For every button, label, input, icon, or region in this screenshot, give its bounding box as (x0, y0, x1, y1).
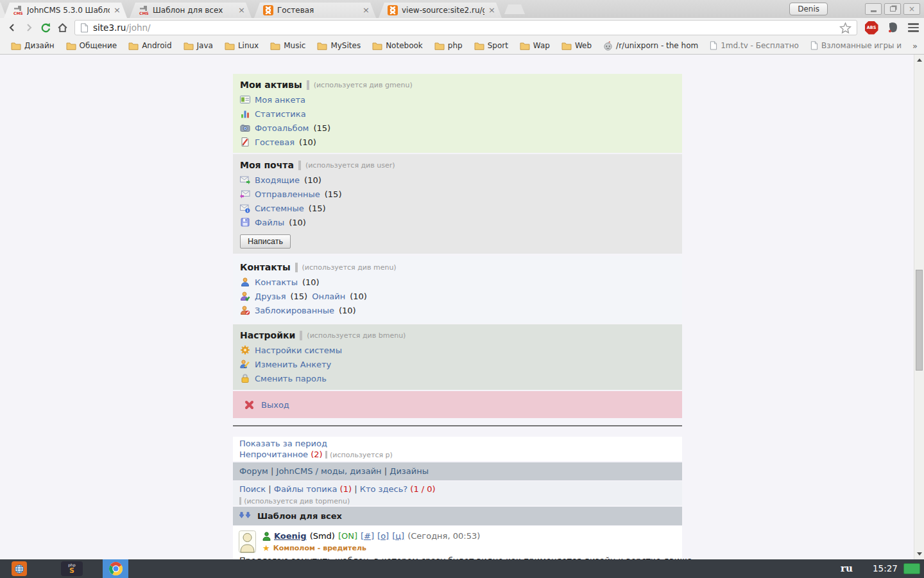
page-content: Мои активы (используется див gmenu) Моя … (233, 74, 682, 567)
bookmark-folder[interactable]: Android (123, 41, 177, 50)
browser-tab-viewsource[interactable]: view-source:site2.ru/gue × (379, 3, 502, 18)
bookmark-folder[interactable]: Linux (219, 41, 264, 50)
post-anchor-link[interactable]: [#] (361, 531, 374, 541)
scroll-up-arrow[interactable] (917, 58, 922, 62)
tab-close-icon[interactable]: × (114, 6, 121, 14)
link-inbox[interactable]: Входящие (255, 175, 300, 185)
link-blocked[interactable]: Заблокированные (255, 306, 334, 315)
crumb-section[interactable]: JohnCMS / моды, дизайн (277, 466, 382, 476)
profile-button[interactable]: Denis (789, 3, 828, 15)
bookmark-folder[interactable]: Общение (60, 41, 123, 50)
link-my-profile[interactable]: Моя анкета (255, 95, 305, 105)
section-user: Моя почта (используется див user) Входящ… (233, 154, 682, 254)
guestbook-icon (240, 137, 250, 147)
post-author-link[interactable]: Koenig (274, 531, 307, 541)
home-button[interactable] (54, 20, 71, 35)
bookmark-page-unixporn[interactable]: /r/unixporn - the hom (597, 41, 704, 51)
menu-item-sent: Отправленные (15) (240, 187, 675, 201)
bookmarks-overflow-chevron[interactable]: » (912, 41, 918, 51)
link-search[interactable]: Поиск (239, 484, 266, 494)
vertical-scrollbar[interactable] (914, 55, 924, 559)
link-sent[interactable]: Отправленные (255, 189, 320, 199)
taskbar-phpstorm-icon[interactable]: phpS (61, 561, 83, 576)
tab-title: view-source:site2.ru/gue (402, 6, 484, 15)
folder-icon (317, 42, 327, 50)
close-button[interactable]: × (903, 3, 920, 15)
mail-sent-icon (240, 189, 250, 199)
tab-close-icon[interactable]: × (488, 6, 495, 14)
clock[interactable]: 15:27 (873, 563, 898, 574)
bookmark-page-1md[interactable]: 1md.tv - Бесплатно (704, 41, 805, 50)
post-cite-link[interactable]: [ц] (392, 531, 404, 541)
tab-close-icon[interactable]: × (363, 6, 370, 14)
link-statistics[interactable]: Статистика (255, 109, 306, 119)
link-unread[interactable]: Непрочитанное (239, 450, 308, 459)
menu-button[interactable] (906, 21, 920, 35)
link-who-is-here[interactable]: Кто здесь? (360, 484, 408, 494)
section-title: Контакты (240, 262, 291, 272)
double-down-arrow-icon (239, 512, 252, 520)
avatar (239, 530, 256, 553)
bookmarks-bar: Дизайн Общение Android Java Linux Music … (0, 37, 924, 55)
link-friends-online[interactable]: Онлайн (312, 292, 345, 301)
bookmark-folder[interactable]: php (429, 41, 468, 50)
bookmark-folder[interactable]: Music (264, 41, 311, 50)
link-edit-profile[interactable]: Изменить Анкету (255, 360, 331, 369)
bookmark-page-games[interactable]: Взломанные игры и (805, 41, 907, 50)
bookmark-folder[interactable]: Wap (514, 41, 556, 50)
link-show-period[interactable]: Показать за период (239, 439, 327, 448)
scroll-down-arrow[interactable] (917, 552, 922, 556)
restore-button[interactable] (884, 3, 901, 15)
user-icon (240, 277, 250, 287)
taskbar-chrome-active[interactable] (103, 559, 128, 578)
link-friends[interactable]: Друзья (255, 292, 286, 301)
address-bar[interactable]: site3.ru/john/ (74, 20, 857, 35)
link-system-mail[interactable]: Системные (255, 204, 304, 213)
link-system-settings[interactable]: Настройки системы (255, 346, 342, 355)
link-photoalbum[interactable]: Фотоальбом (255, 123, 309, 133)
link-contacts[interactable]: Контакты (255, 277, 298, 287)
link-change-password[interactable]: Сменить пароль (255, 374, 327, 383)
browser-tab-johncms[interactable]: CMS JohnCMS 5.3.0 Шаблон × (4, 3, 127, 18)
menu-item-guestbook: Гостевая (10) (240, 135, 675, 149)
adblock-extension-icon[interactable]: ABS (864, 21, 878, 35)
link-logout[interactable]: Выход (261, 400, 289, 410)
link-topic-files[interactable]: Файлы топика (274, 484, 338, 494)
browser-tab-guestbook[interactable]: Гостевая × (254, 3, 376, 18)
forward-button[interactable] (21, 20, 37, 35)
xampp-favicon (388, 5, 398, 15)
page-icon (810, 41, 818, 50)
post-timestamp: (Сегодня, 00:53) (407, 531, 480, 541)
back-button[interactable] (4, 20, 21, 35)
bookmark-star-icon[interactable] (839, 22, 851, 34)
write-message-button[interactable]: Написать (240, 234, 291, 249)
bookmark-folder[interactable]: Java (178, 41, 219, 50)
johncms-favicon: CMS (13, 5, 23, 15)
tab-close-icon[interactable]: × (238, 6, 245, 14)
section-gmenu: Мои активы (используется див gmenu) Моя … (233, 74, 682, 153)
evernote-extension-icon[interactable] (886, 21, 900, 35)
new-tab-button[interactable] (504, 4, 525, 14)
pipe-divider (300, 331, 302, 340)
bookmark-folder[interactable]: Дизайн (5, 41, 60, 50)
menu-item-change-password: Сменить пароль (240, 371, 675, 385)
browser-tab-template[interactable]: CMS Шаблон для всех × (130, 3, 252, 18)
bookmark-folder[interactable]: Sport (468, 41, 514, 50)
post-rank: Комполом - вредитель (273, 544, 366, 552)
link-files[interactable]: Файлы (255, 218, 284, 227)
chrome-icon (109, 562, 123, 575)
bookmark-folder[interactable]: MySites (311, 41, 366, 50)
pipe-divider (307, 80, 309, 90)
battery-indicator[interactable] (903, 563, 920, 574)
minimize-button[interactable] (865, 3, 882, 15)
post-quote-link[interactable]: [o] (377, 531, 389, 541)
taskbar-web-app-icon[interactable] (12, 561, 27, 576)
scrollbar-thumb[interactable] (916, 270, 923, 371)
bookmark-folder[interactable]: Notebook (366, 41, 429, 50)
bookmark-folder[interactable]: Web (556, 41, 597, 50)
link-guestbook[interactable]: Гостевая (255, 137, 295, 147)
keyboard-layout-indicator[interactable]: ru (841, 563, 853, 574)
crumb-designs[interactable]: Дизайны (389, 466, 429, 476)
reload-button[interactable] (37, 20, 54, 35)
crumb-forum[interactable]: Форум (239, 466, 268, 476)
